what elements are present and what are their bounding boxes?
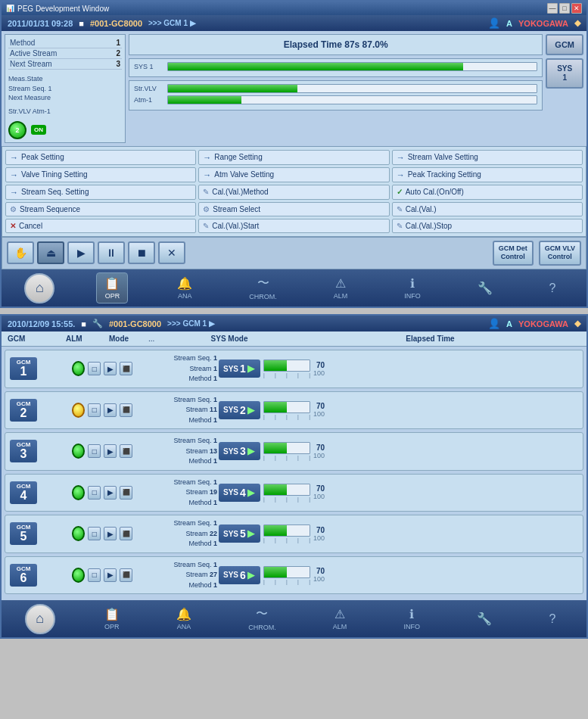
stream-seq-1: Stream Seq. 1: [134, 353, 217, 364]
bottom-nav-info-button[interactable]: ℹ INFO: [397, 604, 428, 633]
top-user-role: A: [506, 19, 512, 28]
gcm-badge-2: GCM 2: [10, 399, 70, 422]
sys1-progress-row: SYS 1: [134, 62, 537, 71]
gcm-number-4: 4: [14, 490, 33, 502]
nav-chrom-button[interactable]: 〜 CHROM.: [241, 272, 285, 303]
mode-btn-3b[interactable]: ▶: [104, 444, 117, 458]
bottom-nav-help-button[interactable]: ?: [541, 609, 563, 629]
mode-btn-5c[interactable]: ⬛: [120, 527, 132, 540]
close-ctrl-button[interactable]: ✕: [158, 241, 185, 264]
mode-btn-1b[interactable]: ▶: [104, 362, 117, 375]
play-indicator-6: ▶: [247, 570, 254, 580]
mode-btn-4c[interactable]: ⬛: [120, 486, 132, 500]
stream-valve-setting[interactable]: → Stream Valve Setting: [392, 150, 583, 165]
mode-btn-1c[interactable]: ⬛: [120, 362, 132, 375]
bottom-nav-opr-button[interactable]: 📋 OPR: [97, 604, 127, 633]
minimize-button[interactable]: —: [547, 3, 558, 14]
cancel-setting[interactable]: ✕ Cancel: [5, 219, 196, 233]
stream-seq-setting[interactable]: → Stream Seq. Setting: [5, 185, 196, 200]
gcm-vlv-line2: Control: [545, 253, 575, 262]
gcm-button[interactable]: GCM: [546, 34, 583, 55]
valve-circle: 2: [8, 121, 26, 139]
play-button[interactable]: ▶: [67, 241, 95, 264]
mode-btn-2c[interactable]: ⬛: [120, 403, 132, 417]
atm-valve-setting[interactable]: → Atm Valve Setting: [198, 167, 389, 182]
sys-badge-2: SYS 2 ▶: [219, 401, 260, 419]
cal-val-method[interactable]: ✎ Cal.(Val.)Method: [198, 185, 389, 200]
sys-num-4: 4: [240, 487, 246, 499]
replay-button[interactable]: ⏏: [37, 241, 64, 264]
info-label: INFO: [404, 292, 421, 300]
cal-val-start[interactable]: ✎ Cal.(Val.)Start: [198, 219, 389, 233]
maximize-button[interactable]: □: [559, 3, 570, 14]
progress-section: SYS 1: [129, 58, 543, 77]
range-setting[interactable]: → Range Setting: [198, 150, 389, 165]
sys-num-1: 1: [240, 363, 246, 375]
gear-icon: ⚙: [10, 205, 17, 213]
nav-ana-button[interactable]: 🔔 ANA: [170, 273, 200, 303]
bottom-nav-settings-button[interactable]: 🔧: [469, 609, 499, 629]
edit-icon-3: ✎: [203, 222, 209, 230]
bottom-nav-chrom-button[interactable]: 〜 CHROM.: [241, 603, 284, 634]
mode-btn-2a[interactable]: □: [88, 403, 101, 417]
top-device-name: #001-GC8000: [90, 19, 142, 28]
bottom-nav-ana-button[interactable]: 🔔 ANA: [169, 604, 199, 633]
elapsed-max-6: 100: [313, 575, 325, 583]
elapsed-max-2: 100: [313, 410, 325, 418]
close-button[interactable]: ✕: [571, 3, 582, 14]
col-elapsed: Elapsed Time: [280, 335, 580, 343]
sys-button[interactable]: SYS1: [546, 58, 583, 89]
cal-val-stop[interactable]: ✎ Cal.(Val.)Stop: [392, 219, 583, 233]
nav-opr-button[interactable]: 📋 OPR: [96, 272, 128, 303]
bottom-nav-alm-button[interactable]: ⚠ ALM: [325, 604, 355, 633]
cal-val[interactable]: ✎ Cal.(Val.): [392, 202, 583, 216]
valve-timing-setting[interactable]: → Valve Tining Setting: [5, 167, 196, 182]
nav-settings-button[interactable]: 🔧: [470, 278, 500, 298]
mode-btn-3c[interactable]: ⬛: [120, 444, 132, 458]
atm1-row: Atm-1: [134, 95, 537, 104]
sys-badge-4: SYS 4 ▶: [219, 484, 260, 502]
mode-btn-1a[interactable]: □: [88, 362, 101, 375]
peak-tracking-setting[interactable]: → Peak Tracking Setting: [392, 167, 583, 182]
next-stream-label: Next Stream: [10, 60, 52, 68]
mode-btn-4a[interactable]: □: [88, 486, 101, 500]
bottom-opr-label: OPR: [104, 623, 120, 630]
mode-btn-3a[interactable]: □: [88, 444, 101, 458]
method-4: Method 1: [134, 498, 217, 509]
status-block: Meas.State Stream Seq. 1 Next Measure: [8, 74, 122, 103]
check-icon: ✓: [397, 188, 403, 196]
nav-home-button[interactable]: ⌂: [24, 273, 54, 303]
stream-sequence[interactable]: ⚙ Stream Sequence: [5, 202, 196, 216]
stream-seq-setting-label: Stream Seq. Setting: [21, 188, 89, 196]
stop-button[interactable]: ⏹: [128, 241, 155, 264]
auto-cal-onoff[interactable]: ✓ Auto Cal.(On/Off): [392, 185, 583, 200]
mode-btn-5b[interactable]: ▶: [104, 527, 117, 540]
sys-label-4: SYS: [223, 488, 238, 496]
mode-btn-6c[interactable]: ⬛: [120, 568, 132, 582]
nav-info-button[interactable]: ℹ INFO: [397, 273, 428, 303]
gcm-table-body: GCM 1 □ ▶ ⬛ Stream Seq. 1 Stream 1 Metho…: [2, 347, 586, 600]
method-5: Method 1: [134, 539, 217, 549]
stream-1: Stream 1: [134, 364, 217, 375]
alm-indicator-4: [72, 485, 85, 500]
mode-btn-6b[interactable]: ▶: [104, 568, 117, 582]
nav-help-button[interactable]: ?: [542, 279, 564, 298]
bottom-bottom-nav: ⌂ 📋 OPR 🔔 ANA 〜 CHROM. ⚠ ALM ℹ INFO 🔧 ?: [2, 600, 586, 637]
mode-btn-5a[interactable]: □: [88, 527, 101, 540]
gcm-det-control-button[interactable]: GCM Det Control: [493, 241, 534, 266]
str-vlv-label: Str.VLV: [134, 85, 164, 92]
pause-button[interactable]: ⏸: [98, 241, 125, 264]
str-vlv-track: [167, 84, 537, 93]
gear-icon-2: ⚙: [203, 205, 210, 213]
sys-badge-3: SYS 3 ▶: [219, 442, 260, 460]
stream-select[interactable]: ⚙ Stream Select: [198, 202, 389, 216]
mode-btn-4b[interactable]: ▶: [104, 486, 117, 500]
bottom-nav-home-button[interactable]: ⌂: [25, 604, 55, 634]
nav-alm-button[interactable]: ⚠ ALM: [326, 273, 356, 303]
on-badge: ON: [31, 125, 46, 135]
peak-setting[interactable]: → Peak Setting: [5, 150, 196, 165]
mode-btn-2b[interactable]: ▶: [104, 403, 117, 417]
hand-button[interactable]: ✋: [7, 241, 34, 264]
gcm-vlv-control-button[interactable]: GCM VLV Control: [539, 241, 581, 266]
mode-btn-6a[interactable]: □: [88, 568, 101, 582]
